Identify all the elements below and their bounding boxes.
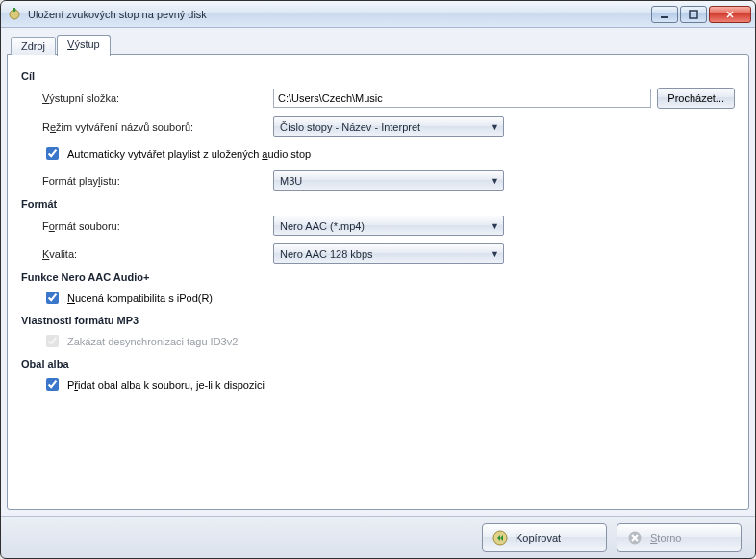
section-dest-header: Cíl xyxy=(21,70,735,82)
ipod-label: Nucená kompatibilita s iPod(R) xyxy=(67,292,213,304)
autoplaylist-checkbox[interactable] xyxy=(46,147,59,160)
chevron-down-icon: ▼ xyxy=(491,249,499,259)
minimize-button[interactable] xyxy=(651,6,678,23)
outfolder-label: Výstupní složka: xyxy=(42,92,273,104)
naming-select-value: Číslo stopy - Název - Interpret xyxy=(280,121,420,133)
fileformat-select[interactable]: Nero AAC (*.mp4) ▼ xyxy=(273,216,504,236)
row-naming: Režim vytváření názvů souborů: Číslo sto… xyxy=(42,116,735,137)
albumart-label: Přidat obal alba k souboru, je-li k disp… xyxy=(67,379,265,391)
row-id3: Zakázat desynchronizaci tagu ID3v2 xyxy=(42,332,735,350)
fileformat-value: Nero AAC (*.mp4) xyxy=(280,220,365,232)
naming-select[interactable]: Číslo stopy - Název - Interpret ▼ xyxy=(273,116,504,137)
svg-rect-3 xyxy=(690,11,697,18)
row-fileformat: Formát souboru: Nero AAC (*.mp4) ▼ xyxy=(42,216,735,236)
row-outfolder: Výstupní složka: Procházet... xyxy=(42,88,735,109)
chevron-down-icon: ▼ xyxy=(491,176,499,186)
cancel-icon xyxy=(627,530,643,546)
quality-select[interactable]: Nero AAC 128 kbps ▼ xyxy=(273,243,504,264)
quality-value: Nero AAC 128 kbps xyxy=(280,248,373,260)
fileformat-label: Formát souboru: xyxy=(42,220,273,232)
bottombar: Kopírovat Storno xyxy=(1,516,755,558)
playlistformat-value: M3U xyxy=(280,175,302,187)
row-playlistformat: Formát playlistu: M3U ▼ xyxy=(42,170,735,191)
autoplaylist-label: Automaticky vytvářet playlist z uloženýc… xyxy=(67,148,311,160)
svg-rect-2 xyxy=(661,16,668,18)
copy-button-label: Kopírovat xyxy=(516,532,561,544)
chevron-down-icon: ▼ xyxy=(491,221,499,231)
playlistformat-select[interactable]: M3U ▼ xyxy=(273,170,504,191)
id3-label: Zakázat desynchronizaci tagu ID3v2 xyxy=(67,336,238,347)
copy-button[interactable]: Kopírovat xyxy=(482,523,607,552)
section-aacplus-header: Funkce Nero AAC Audio+ xyxy=(21,271,735,283)
chevron-down-icon: ▼ xyxy=(491,122,499,132)
tabpage-output: Cíl Výstupní složka: Procházet... Režim … xyxy=(7,54,749,510)
quality-label: Kvalita: xyxy=(42,248,273,260)
section-album-header: Obal alba xyxy=(21,358,735,369)
playlistformat-label: Formát playlistu: xyxy=(42,175,273,187)
maximize-button[interactable] xyxy=(680,6,707,23)
window-title: Uložení zvukových stop na pevný disk xyxy=(28,9,651,20)
row-autoplaylist: Automaticky vytvářet playlist z uloženýc… xyxy=(42,144,735,163)
albumart-checkbox[interactable] xyxy=(46,378,59,391)
titlebar[interactable]: Uložení zvukových stop na pevný disk xyxy=(1,1,755,28)
row-albumart: Přidat obal alba k souboru, je-li k disp… xyxy=(42,375,735,394)
cancel-button-label: Storno xyxy=(650,532,681,544)
tab-source[interactable]: Zdroj xyxy=(11,37,56,55)
row-ipod: Nucená kompatibilita s iPod(R) xyxy=(42,289,735,307)
browse-button[interactable]: Procházet... xyxy=(657,88,735,109)
tab-source-label: Zdroj xyxy=(21,40,45,52)
section-format-header: Formát xyxy=(21,198,735,210)
tabstrip: Zdroj Výstup xyxy=(7,34,749,55)
copy-icon xyxy=(492,530,508,546)
row-quality: Kvalita: Nero AAC 128 kbps ▼ xyxy=(42,243,735,264)
cancel-button[interactable]: Storno xyxy=(617,523,742,552)
app-icon xyxy=(7,7,22,22)
section-mp3-header: Vlastnosti formátu MP3 xyxy=(21,315,735,326)
window-buttons xyxy=(651,6,751,23)
naming-label: Režim vytváření názvů souborů: xyxy=(42,121,273,133)
close-button[interactable] xyxy=(709,6,751,23)
ipod-checkbox[interactable] xyxy=(46,292,59,304)
outfolder-input[interactable] xyxy=(273,89,651,108)
id3-checkbox xyxy=(46,335,59,347)
client-area: Zdroj Výstup Cíl Výstupní složka: Prochá… xyxy=(1,28,755,516)
tab-output[interactable]: Výstup xyxy=(57,35,111,56)
tab-output-label: Výstup xyxy=(67,38,100,50)
window: Uložení zvukových stop na pevný disk Zdr… xyxy=(0,0,756,559)
